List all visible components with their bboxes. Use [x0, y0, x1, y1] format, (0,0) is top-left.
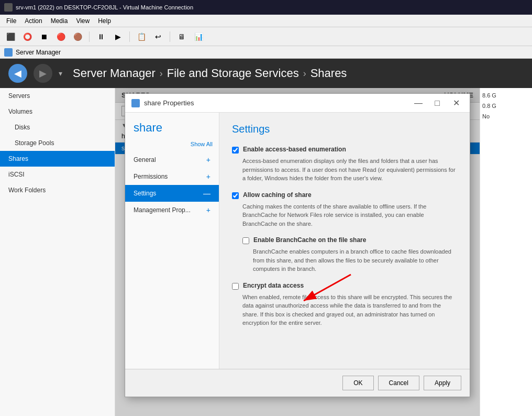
app-icon: [4, 3, 13, 12]
toolbar-btn-9[interactable]: ↩: [151, 29, 165, 44]
setting-label-4: Encrypt data access: [243, 282, 304, 289]
sidebar-item-storagepools[interactable]: Storage Pools: [0, 135, 115, 151]
toolbar-btn-7[interactable]: ▶: [110, 29, 125, 44]
title-bar: srv-vm1 (2022) on DESKTOP-CF2O8JL - Virt…: [0, 0, 532, 15]
setting-desc-4: When enabled, remote file access to this…: [242, 293, 457, 327]
breadcrumb-servermanager[interactable]: Server Manager: [73, 67, 156, 80]
setting-checkbox-3[interactable]: [242, 237, 249, 244]
nav-header: ◀ ▶ ▾ Server Manager › File and Storage …: [0, 59, 532, 88]
toolbar-btn-6[interactable]: ⏸: [94, 29, 108, 44]
nav-sep-1: ›: [160, 68, 163, 79]
sm-bar: Server Manager: [0, 46, 532, 59]
setting-checkbox-row-2: Allow caching of share: [232, 191, 457, 199]
sidebar: Servers Volumes Disks Storage Pools Shar…: [0, 88, 115, 416]
setting-row-3: Enable BranchCache on the file share Bra…: [242, 236, 457, 273]
content-area: SHARES VOLUME ▼ srv-vm home share: [115, 88, 480, 416]
right-panel-size2: 0.8 G: [482, 101, 530, 111]
nav-sep-2: ›: [303, 68, 306, 79]
toolbar: ⬛ ⭕ ⏹ 🔴 🟤 ⏸ ▶ 📋 ↩ 🖥 📊: [0, 27, 532, 46]
nav-dropdown-icon[interactable]: ▾: [59, 69, 62, 78]
sidebar-item-shares[interactable]: Shares: [0, 151, 115, 167]
toolbar-btn-11[interactable]: 📊: [191, 29, 206, 44]
sidebar-item-iscsi[interactable]: iSCSI: [0, 167, 115, 182]
dialog-nav-general[interactable]: General +: [125, 151, 219, 168]
menu-media[interactable]: Media: [47, 16, 72, 26]
nav-general-plus-icon: +: [206, 156, 210, 164]
dialog-nav-permissions[interactable]: Permissions +: [125, 168, 219, 185]
menu-bar: File Action Media View Help: [0, 15, 532, 27]
setting-desc-2: Caching makes the contents of the share …: [242, 202, 457, 228]
setting-checkbox-row-3: Enable BranchCache on the file share: [242, 236, 457, 244]
show-all-link[interactable]: Show All: [125, 141, 219, 151]
setting-checkbox-4[interactable]: [232, 283, 239, 290]
dialog-close-button[interactable]: ✕: [449, 96, 463, 111]
setting-label-2: Allow caching of share: [243, 191, 312, 199]
setting-checkbox-row-4: Encrypt data access: [232, 282, 457, 290]
dialog-share-name: share: [125, 119, 219, 141]
settings-title: Settings: [232, 123, 457, 135]
sidebar-item-volumes[interactable]: Volumes: [0, 104, 115, 119]
setting-label-3: Enable BranchCache on the file share: [253, 236, 366, 244]
dialog-title-icon: [131, 99, 140, 107]
toolbar-sep-2: [129, 31, 130, 42]
dialog-overlay: share Properties — □ ✕ share Show All Ge…: [115, 88, 480, 416]
dialog-content: Settings Enable access-based enumeration…: [219, 113, 470, 369]
apply-button[interactable]: Apply: [424, 376, 461, 390]
toolbar-btn-5[interactable]: 🟤: [70, 29, 85, 44]
sm-label[interactable]: Server Manager: [16, 49, 61, 56]
menu-action[interactable]: Action: [20, 16, 46, 26]
right-panel-label: No: [482, 111, 530, 122]
toolbar-btn-4[interactable]: 🔴: [53, 29, 68, 44]
menu-view[interactable]: View: [72, 16, 94, 26]
toolbar-btn-2[interactable]: ⭕: [20, 29, 35, 44]
main-layout: Servers Volumes Disks Storage Pools Shar…: [0, 88, 532, 416]
setting-checkbox-2[interactable]: [232, 192, 239, 199]
setting-desc-3: BranchCache enables computers in a branc…: [253, 247, 457, 273]
menu-help[interactable]: Help: [94, 16, 115, 26]
toolbar-sep-3: [170, 31, 170, 42]
toolbar-sep-1: [89, 31, 90, 42]
toolbar-btn-3[interactable]: ⏹: [37, 29, 51, 44]
dialog-nav-management[interactable]: Management Prop... +: [125, 202, 219, 218]
dialog-nav-settings[interactable]: Settings —: [125, 185, 219, 202]
share-properties-dialog: share Properties — □ ✕ share Show All Ge…: [125, 93, 470, 397]
sidebar-item-disks[interactable]: Disks: [0, 119, 115, 135]
setting-checkbox-row-1: Enable access-based enumeration: [232, 146, 457, 154]
sidebar-item-workfolders[interactable]: Work Folders: [0, 182, 115, 198]
setting-row-2: Allow caching of share Caching makes the…: [232, 191, 457, 228]
nav-permissions-plus-icon: +: [206, 172, 210, 181]
setting-row-1: Enable access-based enumeration Access-b…: [232, 146, 457, 183]
toolbar-btn-10[interactable]: 🖥: [174, 29, 189, 44]
toolbar-btn-8[interactable]: 📋: [134, 29, 149, 44]
dialog-title-bar: share Properties — □ ✕: [125, 94, 470, 113]
toolbar-btn-1[interactable]: ⬛: [3, 29, 18, 44]
title-bar-text: srv-vm1 (2022) on DESKTOP-CF2O8JL - Virt…: [16, 4, 193, 10]
dialog-nav: share Show All General + Permissions + S…: [125, 113, 219, 369]
dialog-body: share Show All General + Permissions + S…: [125, 113, 470, 369]
setting-checkbox-1[interactable]: [232, 147, 239, 154]
dialog-minimize-button[interactable]: —: [411, 96, 426, 111]
setting-label-1: Enable access-based enumeration: [243, 146, 346, 153]
sm-icon: [4, 48, 13, 57]
breadcrumb-shares[interactable]: Shares: [311, 67, 347, 80]
dialog-maximize-button[interactable]: □: [430, 96, 445, 111]
dialog-footer: OK Cancel Apply: [125, 369, 470, 397]
nav-back-button[interactable]: ◀: [8, 64, 27, 83]
breadcrumb-filestorage[interactable]: File and Storage Services: [167, 67, 299, 80]
dialog-title-text: share Properties: [144, 99, 407, 107]
nav-management-plus-icon: +: [206, 206, 210, 214]
nav-breadcrumb: Server Manager › File and Storage Servic…: [73, 67, 347, 80]
right-panel-size1: 8.6 G: [482, 90, 530, 101]
setting-row-4: Encrypt data access When enabled, remote…: [232, 282, 457, 327]
right-panel: 8.6 G 0.8 G No: [480, 88, 532, 416]
nav-settings-minus-icon: —: [203, 189, 210, 198]
cancel-button[interactable]: Cancel: [378, 376, 419, 390]
menu-file[interactable]: File: [2, 16, 20, 26]
sidebar-item-servers[interactable]: Servers: [0, 88, 115, 104]
setting-desc-1: Access-based enumeration displays only t…: [242, 157, 457, 183]
ok-button[interactable]: OK: [342, 376, 373, 390]
nav-forward-button[interactable]: ▶: [34, 64, 52, 83]
